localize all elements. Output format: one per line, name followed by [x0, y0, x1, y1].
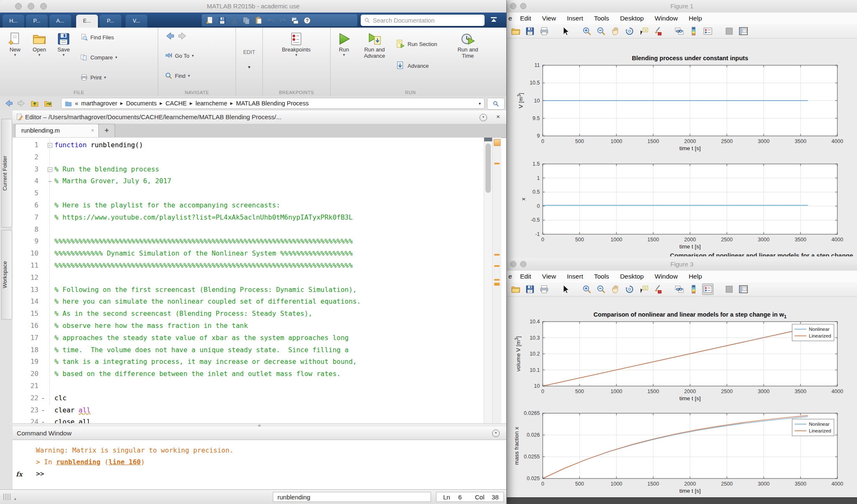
menu-item-help[interactable]: Help — [683, 273, 708, 280]
ribbon-tab-5[interactable]: V... — [126, 15, 147, 28]
rotate-3d-icon[interactable] — [624, 26, 635, 37]
analyzer-warning-tick[interactable] — [494, 265, 500, 267]
pan-icon[interactable] — [610, 26, 621, 37]
back-button[interactable] — [165, 31, 187, 41]
print-icon[interactable] — [539, 284, 550, 295]
colorbar-icon[interactable] — [688, 284, 699, 295]
pan-icon[interactable] — [610, 284, 621, 295]
menu-item-insert[interactable]: Insert — [562, 15, 589, 22]
hide-plot-tools-icon[interactable] — [724, 26, 735, 37]
help-icon[interactable]: ? — [303, 16, 311, 25]
toolstrip-section-edit[interactable]: EDIT ▾ — [236, 28, 263, 96]
nav-forward-icon[interactable] — [17, 99, 26, 108]
code-analyzer-bar[interactable] — [492, 138, 501, 423]
editor-menu-button[interactable]: ▾ — [480, 114, 487, 121]
code-area[interactable]: 1−function runblending()23−% Run the ble… — [13, 138, 484, 423]
hide-plot-tools-icon[interactable] — [724, 284, 735, 295]
save-icon[interactable] — [218, 16, 226, 25]
browse-folder-icon[interactable] — [44, 99, 53, 108]
breadcrumb-dropdown-icon[interactable]: ▾ — [479, 101, 481, 106]
menu-item-insert[interactable]: Insert — [562, 273, 589, 280]
link-plots-icon[interactable] — [674, 26, 685, 37]
menu-item-view[interactable]: View — [536, 273, 561, 280]
analyzer-warning-tick[interactable] — [494, 163, 500, 164]
command-window-header[interactable]: Command Window ▾ — [13, 427, 506, 440]
figure3-titlebar[interactable]: Figure 3 — [507, 258, 857, 271]
ribbon-tab-3[interactable]: E... — [76, 15, 98, 28]
insert-legend-icon[interactable] — [702, 26, 713, 37]
menu-item-edit[interactable]: Edit — [515, 15, 537, 22]
new-script-icon[interactable] — [206, 16, 214, 25]
copy-icon[interactable] — [242, 16, 251, 25]
print-icon[interactable] — [539, 26, 550, 37]
editor-header[interactable]: Editor – /Users/marthagrover/Documents/C… — [13, 110, 506, 124]
advance-button[interactable]: Advance — [396, 61, 429, 70]
sidebar-tab-workspace[interactable]: Workspace — [1, 230, 12, 320]
run-and-advance-button[interactable]: Run and Advance — [357, 32, 393, 59]
brush-icon[interactable] — [652, 26, 664, 37]
breadcrumb-item[interactable]: learncheme — [195, 100, 227, 107]
matlab-titlebar[interactable]: MATLAB R2015b - academic use — [0, 0, 506, 13]
menu-item-view[interactable]: View — [536, 15, 561, 22]
sidebar-tab-current-folder[interactable]: Current Folder — [1, 119, 12, 228]
menu-item-help[interactable]: Help — [683, 15, 708, 22]
menu-item-file-clipped[interactable]: e — [507, 15, 515, 22]
ribbon-tab-4[interactable]: P... — [100, 15, 121, 28]
breadcrumb-item[interactable]: marthagrover — [81, 100, 117, 107]
data-cursor-icon[interactable] — [638, 26, 649, 37]
status-grip-arrow-icon[interactable]: ▴ — [14, 496, 16, 501]
run-section-button[interactable]: Run Section — [396, 39, 437, 49]
breadcrumb-item[interactable]: MATLAB Blending Process — [236, 100, 309, 107]
editor-close-icon[interactable]: × — [496, 113, 500, 120]
menu-item-tools[interactable]: Tools — [588, 273, 614, 280]
minimize-toolstrip-button[interactable] — [490, 16, 498, 23]
compare-button[interactable]: Compare▾ — [80, 54, 117, 61]
menu-item-edit[interactable]: Edit — [515, 273, 537, 280]
scrollbar-thumb[interactable] — [485, 143, 491, 193]
switch-windows-icon[interactable] — [291, 16, 299, 25]
paste-icon[interactable] — [254, 16, 263, 25]
line-160-link[interactable]: line 160 — [108, 458, 141, 466]
runblending-link[interactable]: runblending — [56, 458, 100, 466]
ribbon-tab-1[interactable]: P... — [26, 15, 48, 28]
link-plots-icon[interactable] — [674, 284, 685, 295]
breadcrumb-item[interactable]: CACHE — [166, 100, 187, 107]
menu-item-desktop[interactable]: Desktop — [615, 273, 649, 280]
nav-back-icon[interactable] — [4, 99, 13, 108]
rotate-3d-icon[interactable] — [624, 284, 635, 295]
find-files-button[interactable]: Find Files — [80, 33, 114, 41]
menu-item-tools[interactable]: Tools — [588, 15, 614, 22]
status-grip[interactable] — [3, 494, 4, 500]
menu-item-window[interactable]: Window — [649, 15, 683, 22]
cursor-icon[interactable] — [560, 284, 571, 295]
save-button[interactable]: Save▾ — [52, 32, 75, 57]
breadcrumb-item[interactable]: Documents — [126, 100, 157, 107]
undo-icon[interactable] — [267, 16, 275, 25]
show-plot-tools-icon[interactable] — [738, 284, 749, 295]
editor-tab-runblending[interactable]: runblending.m × — [15, 124, 99, 137]
fx-button[interactable]: fx — [16, 471, 22, 478]
redo-icon[interactable] — [279, 16, 287, 25]
analyzer-summary-square[interactable] — [494, 139, 500, 146]
save-icon[interactable] — [524, 284, 536, 295]
insert-legend-icon[interactable] — [702, 284, 713, 295]
open-button[interactable]: Open▾ — [28, 32, 51, 57]
save-icon[interactable] — [524, 26, 536, 37]
command-window-content[interactable]: Warning: Matrix is singular to working p… — [13, 440, 506, 489]
analyzer-warning-tick[interactable] — [494, 283, 500, 286]
cursor-icon[interactable] — [560, 26, 571, 37]
show-plot-tools-icon[interactable] — [738, 26, 749, 37]
open-folder-icon[interactable] — [510, 284, 521, 295]
analyzer-warning-tick[interactable] — [494, 254, 500, 256]
menu-item-desktop[interactable]: Desktop — [615, 15, 649, 22]
fold-toggle-icon[interactable]: − — [48, 143, 52, 148]
menu-item-window[interactable]: Window — [649, 273, 683, 280]
menu-item-file-clipped[interactable]: e — [507, 273, 515, 280]
figure1-titlebar[interactable]: Figure 1 — [507, 0, 857, 13]
up-folder-icon[interactable] — [30, 99, 39, 108]
new-button[interactable]: New▾ — [3, 32, 27, 57]
open-folder-icon[interactable] — [510, 26, 521, 37]
print-button[interactable]: Print▾ — [80, 74, 106, 81]
address-search-button[interactable] — [487, 98, 505, 110]
brush-icon[interactable] — [652, 284, 664, 295]
